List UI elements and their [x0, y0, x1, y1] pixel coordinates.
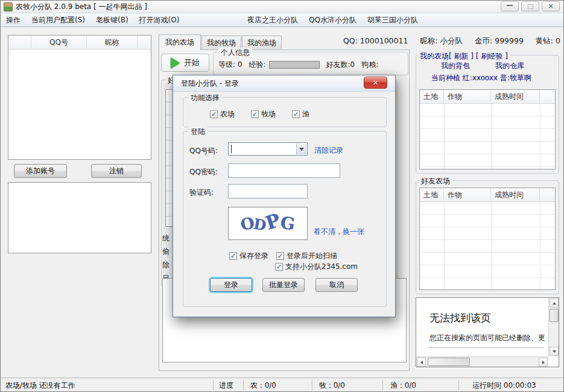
browser-vscrollbar[interactable]	[548, 298, 559, 356]
scroll-up-button[interactable]	[550, 299, 559, 308]
refresh-exp-link[interactable]: 刷经验	[481, 52, 502, 60]
hscroll-thumb[interactable]	[428, 358, 470, 366]
dialog-title-bar[interactable]: 登陆小分队 - 登录	[173, 75, 395, 92]
level-value: 等级: 0	[218, 60, 242, 70]
captcha-label: 验证码:	[189, 188, 214, 198]
accounts-col-extra[interactable]	[138, 36, 151, 49]
title-bar[interactable]: 农牧小分队 2.0.9 beta [ 一起牛网出品 ] ✕	[1, 1, 563, 13]
my-farm-table: 土地 作物 成熟时间	[419, 89, 556, 169]
qq-number-combobox[interactable]	[228, 142, 308, 156]
user-coins: 金币: 999999	[475, 36, 524, 46]
logout-button[interactable]: 注销	[91, 164, 142, 178]
status-progress-label: 进度	[219, 378, 233, 392]
farm-col-land[interactable]: 土地	[420, 90, 444, 103]
dialog-title: 登陆小分队 - 登录	[181, 78, 239, 89]
function-select-title: 功能选择	[188, 93, 222, 103]
menu-bar: 操作 当前用户配置(S) 老板键(B) 打开游戏(O) 夜店之王小分队 QQ水浒…	[1, 13, 563, 27]
scroll-left-icon	[420, 361, 423, 364]
farm-col-crop[interactable]: 作物	[444, 90, 491, 103]
menu-operate[interactable]: 操作	[1, 13, 26, 27]
maximize-button[interactable]	[521, 1, 539, 11]
my-farm-title-mid: ] [	[471, 52, 478, 60]
user-nick: 昵称: 小分队	[420, 36, 463, 46]
personal-info-group: 个人信息 等级: 0 经验: 好友数:0 狗粮:	[213, 52, 408, 75]
scroll-right-button[interactable]	[539, 358, 548, 367]
browser-error-body: 您正在搜索的页面可能已经删除、更	[429, 333, 548, 343]
scroll-down-button[interactable]	[550, 347, 559, 356]
checkbox-fishery[interactable]: ✓ 渔	[292, 109, 309, 119]
dialog-close-button[interactable]: ✕	[364, 77, 387, 89]
friends-count: 好友数:0	[326, 60, 355, 70]
checkbox-support-2345[interactable]: ✓ 支持小分队2345.com	[275, 262, 358, 272]
checkbox-ranch[interactable]: ✓ 牧场	[251, 109, 276, 119]
status-farm-count: 农 : 0/0	[250, 378, 276, 392]
friend-farm-title: 好友农场	[419, 176, 452, 186]
scroll-left-button[interactable]	[417, 358, 426, 367]
my-farm-title-prefix: 我的农场[	[420, 52, 452, 60]
menu-qq-shuihu-squad[interactable]: QQ水浒小分队	[303, 13, 362, 27]
batch-login-button[interactable]: 批量登录	[262, 278, 305, 292]
qq-password-input[interactable]	[228, 163, 340, 178]
dogfood-label: 狗粮:	[361, 60, 378, 70]
accounts-list[interactable]	[8, 49, 151, 159]
vscroll-thumb[interactable]	[550, 309, 559, 322]
menu-open-game[interactable]: 打开游戏(O)	[134, 13, 185, 27]
menu-boss-key[interactable]: 老板键(B)	[90, 13, 134, 27]
user-diamond: 黄钻: 0	[536, 36, 560, 46]
captcha-char: G	[279, 212, 296, 234]
refresh-link[interactable]: 刷新	[454, 52, 469, 60]
scroll-down-icon	[553, 350, 556, 353]
minimize-button[interactable]	[501, 1, 519, 11]
close-button[interactable]: ✕	[542, 1, 560, 11]
browser-error-heading: 无法找到该页	[429, 311, 491, 325]
menu-user-config[interactable]: 当前用户配置(S)	[26, 13, 90, 27]
minimize-icon	[507, 4, 513, 6]
friend-col-ripe[interactable]: 成熟时间	[491, 188, 540, 201]
friend-col-crop[interactable]: 作物	[444, 188, 491, 201]
backpack-link[interactable]: 我的背包	[441, 61, 470, 71]
status-runtime: 运行时间 00:00:03	[472, 378, 536, 392]
tab-my-farm[interactable]: 我的农场	[159, 34, 201, 50]
clear-records-link[interactable]: 清除记录	[314, 145, 343, 156]
chevron-down-icon	[299, 148, 304, 151]
status-fish-count: 渔 : 0/0	[390, 378, 416, 392]
friend-farm-table: 土地 作物 成熟时间	[419, 188, 556, 290]
captcha-input[interactable]	[228, 184, 308, 198]
accounts-col-nick[interactable]: 昵称	[87, 36, 138, 49]
partial-label-stat: 统	[162, 233, 170, 244]
friend-farm-table-body[interactable]	[420, 202, 555, 289]
warehouse-link[interactable]: 我的仓库	[495, 61, 524, 71]
text-caret	[231, 145, 232, 153]
checkbox-scan-after-login[interactable]: ✓ 登录后开始扫描	[276, 251, 337, 261]
friend-col-land[interactable]: 土地	[420, 188, 444, 201]
captcha-refresh-link[interactable]: 看不清，换一张	[314, 227, 364, 237]
accounts-table: QQ号 昵称	[8, 35, 151, 160]
farm-col-ripe[interactable]: 成熟时间	[491, 90, 540, 103]
friend-col-extra[interactable]	[540, 188, 555, 201]
check-icon: ✓	[276, 252, 284, 260]
browser-hscrollbar[interactable]	[416, 356, 548, 367]
combobox-dropdown-button[interactable]	[296, 144, 306, 154]
function-select-group: 功能选择 ✓ 农场 ✓ 牧场 ✓ 渔	[183, 97, 387, 127]
user-info-row: QQ: 1000100011 昵称: 小分队 金币: 999999 黄钻: 0	[343, 36, 560, 46]
start-button-label: 开始	[184, 57, 200, 68]
checkbox-farm[interactable]: ✓ 农场	[210, 109, 235, 119]
captcha-image[interactable]: O D P G	[228, 207, 308, 240]
dialog-close-icon: ✕	[373, 79, 378, 87]
close-icon: ✕	[548, 2, 553, 10]
farm-col-extra[interactable]	[540, 90, 555, 103]
menu-hulai-sanguo-squad[interactable]: 胡莱三国小分队	[362, 13, 423, 27]
start-button[interactable]: 开始	[161, 54, 209, 72]
qq-number-label: QQ号码:	[189, 146, 218, 156]
window-title: 农牧小分队 2.0.9 beta [ 一起牛网出品 ]	[16, 2, 147, 12]
checkbox-save-login[interactable]: ✓ 保存登录	[229, 251, 268, 261]
login-button[interactable]: 登录	[210, 278, 252, 292]
menu-nightclub-squad[interactable]: 夜店之王小分队	[242, 13, 303, 27]
accounts-col-blank[interactable]	[8, 36, 31, 49]
scroll-right-icon	[542, 361, 545, 364]
cancel-button[interactable]: 取消	[315, 278, 358, 292]
my-farm-table-body[interactable]	[420, 104, 555, 169]
scroll-up-icon	[553, 302, 556, 305]
add-account-button[interactable]: 添加账号	[14, 164, 67, 178]
accounts-col-qq[interactable]: QQ号	[31, 36, 87, 49]
